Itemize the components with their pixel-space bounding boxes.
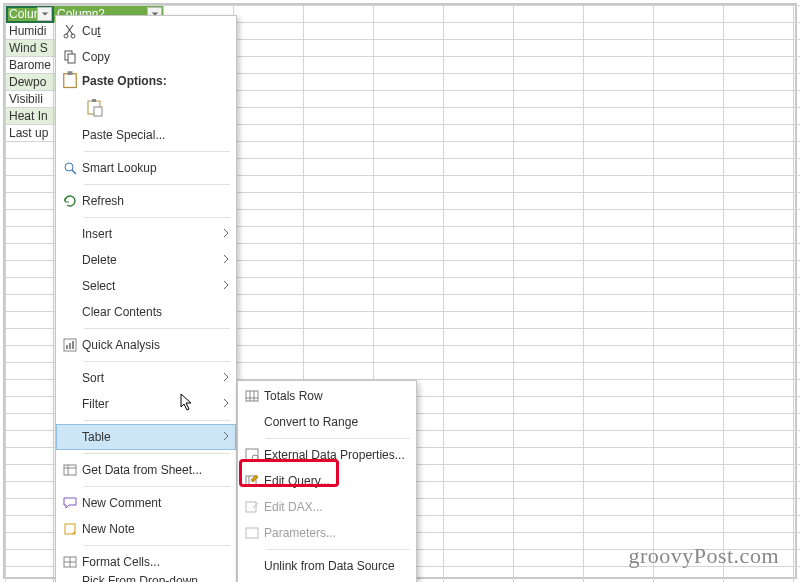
svg-point-9 [65, 163, 73, 171]
table-header[interactable]: Column1 [6, 6, 54, 23]
get-data-icon [60, 462, 80, 478]
comment-icon [60, 495, 80, 511]
menu-label: Paste Options: [80, 74, 167, 88]
menu-label: Quick Analysis [80, 338, 230, 352]
svg-rect-14 [72, 341, 74, 349]
svg-rect-23 [246, 391, 258, 401]
svg-rect-8 [94, 107, 102, 116]
menu-new-comment[interactable]: New Comment [56, 490, 236, 516]
svg-rect-12 [66, 345, 68, 349]
quick-analysis-icon [60, 337, 80, 353]
svg-rect-4 [64, 73, 77, 87]
cut-icon [60, 23, 80, 39]
menu-label: New Comment [80, 496, 230, 510]
menu-label: Select [80, 279, 218, 293]
menu-copy[interactable]: Copy [56, 44, 236, 70]
table-row[interactable]: Heat In [6, 108, 54, 125]
menu-get-data[interactable]: Get Data from Sheet... [56, 457, 236, 483]
menu-label: Sort [80, 371, 218, 385]
submenu-external-data-props[interactable]: External Data Properties... [238, 442, 416, 468]
note-icon [60, 521, 80, 537]
menu-label: Totals Row [262, 389, 410, 403]
menu-label: Unlink from Data Source [262, 559, 410, 573]
submenu-edit-dax: Edit DAX... [238, 494, 416, 520]
menu-sort[interactable]: Sort [56, 365, 236, 391]
svg-point-28 [252, 455, 258, 461]
svg-rect-7 [92, 99, 96, 102]
menu-delete[interactable]: Delete [56, 247, 236, 273]
filter-dropdown-icon[interactable] [37, 7, 52, 21]
totals-row-icon [242, 388, 262, 404]
search-icon [60, 160, 80, 176]
menu-label: Cut [80, 24, 230, 38]
menu-format-cells[interactable]: Format Cells... [56, 549, 236, 575]
menu-label: Copy [80, 50, 230, 64]
menu-filter[interactable]: Filter [56, 391, 236, 417]
watermark: groovyPost.com [628, 543, 779, 569]
menu-label: Filter [80, 397, 218, 411]
menu-cut[interactable]: Cut [56, 18, 236, 44]
menu-label: Convert to Range [262, 415, 410, 429]
menu-select[interactable]: Select [56, 273, 236, 299]
menu-table[interactable]: Table [56, 424, 236, 450]
table-row[interactable]: Last up [6, 125, 54, 142]
chevron-right-icon [218, 279, 230, 293]
edit-dax-icon [242, 499, 262, 515]
table-row[interactable]: Visibili [6, 91, 54, 108]
menu-label: Smart Lookup [80, 161, 230, 175]
menu-label: Delete [80, 253, 218, 267]
edit-query-icon [242, 473, 262, 489]
context-menu: Cut Copy Paste Options: Paste Special...… [55, 15, 237, 582]
menu-label: Edit Query... [262, 474, 410, 488]
copy-icon [60, 49, 80, 65]
menu-clear-contents[interactable]: Clear Contents [56, 299, 236, 325]
menu-label: Paste Special... [80, 128, 230, 142]
table-row[interactable]: Humidi [6, 23, 54, 40]
menu-pick-list[interactable]: Pick From Drop-down List... [56, 575, 236, 582]
svg-rect-5 [68, 71, 73, 75]
submenu-convert-range[interactable]: Convert to Range [238, 409, 416, 435]
submenu-parameters: Parameters... [238, 520, 416, 546]
menu-insert[interactable]: Insert [56, 221, 236, 247]
svg-rect-15 [64, 465, 76, 475]
properties-icon [242, 447, 262, 463]
chevron-right-icon [218, 397, 230, 411]
chevron-right-icon [218, 227, 230, 241]
menu-label: Clear Contents [80, 305, 230, 319]
menu-label: Get Data from Sheet... [80, 463, 230, 477]
chevron-right-icon [218, 371, 230, 385]
menu-label: Format Cells... [80, 555, 230, 569]
submenu-edit-query[interactable]: Edit Query... [238, 468, 416, 494]
refresh-icon [60, 193, 80, 209]
svg-rect-3 [68, 54, 75, 63]
svg-line-10 [72, 170, 76, 174]
menu-quick-analysis[interactable]: Quick Analysis [56, 332, 236, 358]
paste-icon [60, 70, 80, 93]
menu-label: Edit DAX... [262, 500, 410, 514]
menu-label: Parameters... [262, 526, 410, 540]
table-submenu: Totals Row Convert to Range External Dat… [237, 380, 417, 582]
svg-rect-32 [246, 528, 258, 538]
menu-label: New Note [80, 522, 230, 536]
table-row[interactable]: Barome [6, 57, 54, 74]
paste-button[interactable] [82, 94, 108, 120]
submenu-unlink[interactable]: Unlink from Data Source [238, 553, 416, 579]
menu-label: Insert [80, 227, 218, 241]
parameters-icon [242, 525, 262, 541]
submenu-totals-row[interactable]: Totals Row [238, 383, 416, 409]
svg-rect-13 [69, 343, 71, 349]
menu-label: Table [80, 430, 218, 444]
table-row[interactable]: Wind S [6, 40, 54, 57]
table-row[interactable]: Dewpo [6, 74, 54, 91]
menu-new-note[interactable]: New Note [56, 516, 236, 542]
menu-paste-special[interactable]: Paste Special... [56, 122, 236, 148]
menu-refresh[interactable]: Refresh [56, 188, 236, 214]
paste-options-group: Paste Options: [56, 70, 236, 92]
menu-label: Refresh [80, 194, 230, 208]
menu-label: External Data Properties... [262, 448, 410, 462]
menu-label: Pick From Drop-down List... [80, 574, 230, 582]
chevron-right-icon [218, 253, 230, 267]
format-cells-icon [60, 554, 80, 570]
menu-smart-lookup[interactable]: Smart Lookup [56, 155, 236, 181]
chevron-right-icon [218, 430, 230, 444]
